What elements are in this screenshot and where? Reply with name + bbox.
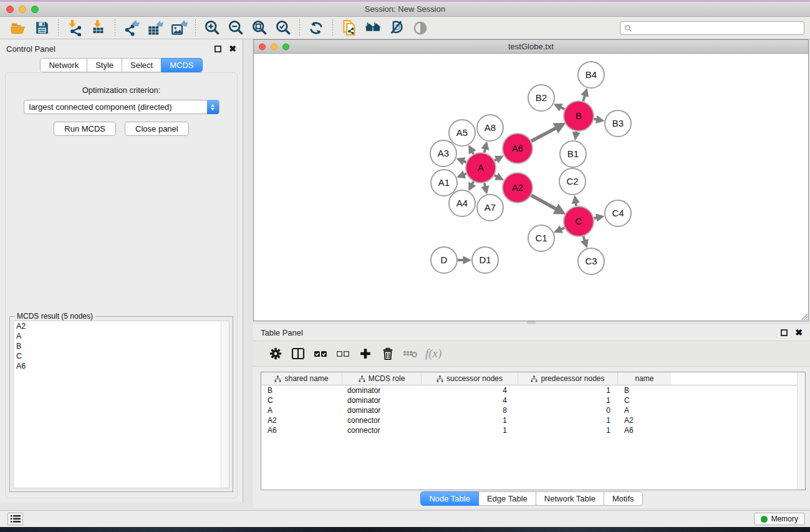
- task-history-button[interactable]: [7, 513, 23, 525]
- delete-column-icon[interactable]: [377, 345, 399, 362]
- result-item[interactable]: A2: [14, 321, 229, 331]
- tab-network-table[interactable]: Network Table: [536, 491, 604, 506]
- export-image-icon[interactable]: [168, 19, 190, 37]
- column-header-successor-nodes[interactable]: successor nodes: [422, 372, 518, 385]
- edge-A2-C[interactable]: [531, 195, 563, 213]
- search-input[interactable]: [635, 24, 800, 32]
- split-view-icon[interactable]: [287, 345, 309, 362]
- search-field[interactable]: [620, 21, 804, 35]
- column-header-MCDS-role[interactable]: MCDS role: [342, 372, 422, 385]
- column-header-name[interactable]: name: [618, 372, 671, 385]
- table-scrollbar[interactable]: [797, 372, 805, 490]
- edge-B-B4[interactable]: [583, 90, 586, 101]
- memory-button[interactable]: Memory: [754, 513, 805, 525]
- node-A[interactable]: A: [466, 153, 496, 183]
- table-cell[interactable]: connector: [342, 416, 422, 425]
- edge-B-B3[interactable]: [594, 119, 602, 120]
- result-item[interactable]: B: [14, 341, 229, 351]
- tab-network[interactable]: Network: [40, 58, 87, 72]
- edge-C-C3[interactable]: [583, 236, 586, 246]
- zoom-in-icon[interactable]: [201, 19, 223, 37]
- table-cell[interactable]: C: [618, 396, 671, 405]
- select-all-checks-icon[interactable]: [309, 345, 332, 362]
- column-header-predecessor-nodes[interactable]: predecessor nodes: [518, 372, 618, 385]
- table-cell[interactable]: B: [618, 386, 671, 395]
- import-network-icon[interactable]: [64, 19, 85, 37]
- column-header-shared-name[interactable]: shared name: [261, 372, 342, 385]
- node-A2[interactable]: A2: [503, 173, 533, 203]
- table-cell[interactable]: dominator: [342, 406, 422, 415]
- table-row[interactable]: Adominator80A: [261, 405, 805, 415]
- horizontal-splitter-handle[interactable]: [527, 321, 536, 324]
- node-B[interactable]: B: [564, 101, 594, 131]
- node-C4[interactable]: C4: [605, 200, 631, 226]
- table-row[interactable]: A2connector11A2: [261, 415, 805, 425]
- table-cell[interactable]: 1: [518, 396, 618, 405]
- node-A5[interactable]: A5: [449, 120, 475, 146]
- import-table-icon[interactable]: [88, 19, 109, 37]
- table-cell[interactable]: C: [261, 396, 342, 405]
- table-cell[interactable]: 8: [422, 406, 518, 415]
- close-panel-button[interactable]: Close panel: [125, 122, 189, 136]
- delete-table-icon[interactable]: [399, 345, 422, 362]
- edge-B-B2[interactable]: [556, 105, 564, 109]
- node-B1[interactable]: B1: [560, 141, 586, 167]
- refresh-icon[interactable]: [306, 19, 327, 37]
- table-cell[interactable]: 1: [422, 416, 518, 425]
- node-A3[interactable]: A3: [430, 140, 456, 167]
- run-mcds-button[interactable]: Run MCDS: [54, 122, 116, 136]
- node-B4[interactable]: B4: [578, 62, 604, 88]
- table-cell[interactable]: A2: [618, 416, 671, 425]
- zoom-out-icon[interactable]: [225, 19, 246, 37]
- save-session-icon[interactable]: [31, 19, 52, 37]
- zoom-selected-icon[interactable]: [272, 19, 294, 37]
- node-A1[interactable]: A1: [431, 170, 457, 196]
- node-C2[interactable]: C2: [559, 168, 586, 195]
- table-cell[interactable]: dominator: [342, 386, 422, 395]
- app-titlebar[interactable]: Session: New Session: [0, 2, 810, 17]
- result-item[interactable]: A: [14, 331, 229, 341]
- tab-style[interactable]: Style: [87, 58, 122, 72]
- zoom-fit-icon[interactable]: [249, 19, 270, 37]
- edge-A-A1[interactable]: [459, 173, 466, 177]
- table-row[interactable]: A6connector11A6: [261, 425, 805, 435]
- edge-C-C2[interactable]: [575, 198, 576, 206]
- table-cell[interactable]: 1: [518, 416, 618, 425]
- float-panel-icon[interactable]: [215, 46, 221, 52]
- zoom-network-button[interactable]: [282, 43, 289, 50]
- network-canvas[interactable]: B4B2BB3A8A5A6B1A3AC2A1A2A4A7C4CC1DD1C3: [254, 54, 808, 321]
- float-table-panel-icon[interactable]: [781, 329, 788, 336]
- export-network-icon[interactable]: [121, 19, 142, 37]
- function-builder-icon[interactable]: f(x): [425, 347, 441, 360]
- close-network-button[interactable]: [259, 43, 266, 50]
- table-cell[interactable]: A6: [618, 426, 671, 435]
- close-table-panel-icon[interactable]: ✖: [795, 328, 803, 337]
- table-row[interactable]: Cdominator41C: [261, 395, 805, 405]
- tab-motifs[interactable]: Motifs: [604, 491, 643, 506]
- close-panel-icon[interactable]: ✖: [229, 44, 236, 53]
- edge-A-A8[interactable]: [485, 143, 486, 152]
- minimize-network-button[interactable]: [271, 43, 277, 50]
- resize-grip-icon[interactable]: [800, 312, 808, 320]
- table-cell[interactable]: 1: [422, 426, 518, 435]
- table-cell[interactable]: 4: [422, 386, 518, 395]
- minimize-window-button[interactable]: [19, 6, 26, 13]
- table-cell[interactable]: A: [261, 406, 342, 415]
- node-C1[interactable]: C1: [528, 225, 554, 251]
- edge-A-A6[interactable]: [494, 157, 501, 160]
- table-cell[interactable]: A2: [261, 416, 342, 425]
- node-A4[interactable]: A4: [449, 190, 475, 216]
- node-A7[interactable]: A7: [477, 195, 503, 221]
- node-D1[interactable]: D1: [472, 247, 498, 273]
- table-cell[interactable]: 0: [518, 406, 618, 415]
- node-A8[interactable]: A8: [477, 115, 503, 141]
- table-cell[interactable]: connector: [342, 426, 422, 435]
- edge-A-A2[interactable]: [494, 175, 502, 179]
- table-cell[interactable]: B: [261, 386, 342, 395]
- table-cell[interactable]: 4: [422, 396, 518, 405]
- edge-C-C1[interactable]: [556, 228, 564, 231]
- edge-A6-B[interactable]: [531, 125, 562, 142]
- tab-select[interactable]: Select: [122, 58, 162, 72]
- edge-C-C4[interactable]: [594, 216, 602, 218]
- tab-node-table[interactable]: Node Table: [420, 491, 479, 506]
